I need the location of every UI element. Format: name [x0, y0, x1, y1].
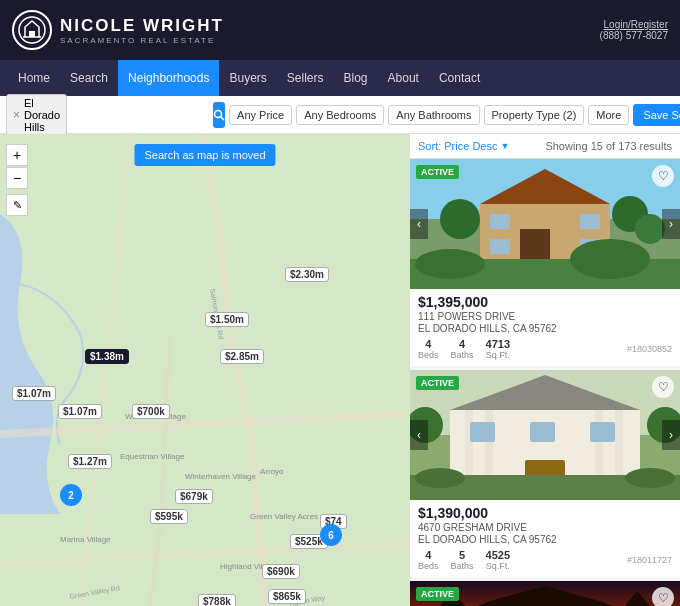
listing-2-sqft-val: 4525	[486, 549, 510, 561]
nav-item-contact[interactable]: Contact	[429, 60, 490, 96]
search-button[interactable]	[213, 102, 225, 128]
listing-1-sqft: 4713 Sq.Ft.	[486, 338, 510, 360]
listing-3-image: ACTIVE ♡ ‹ ›	[410, 581, 680, 606]
listing-3-heart-button[interactable]: ♡	[652, 587, 674, 606]
tag-x[interactable]: ×	[13, 108, 20, 122]
svg-line-3	[221, 116, 225, 120]
price-marker-1_07m-b[interactable]: $1.07m	[58, 404, 102, 419]
results-header: Sort: Price Desc ▼ Showing 15 of 173 res…	[410, 134, 680, 159]
svg-point-28	[415, 249, 485, 279]
logo-name: NICOLE WRIGHT	[60, 16, 224, 36]
listing-2-address: 4670 GRESHAM DRIVE	[418, 522, 672, 533]
phone-number: (888) 577-8027	[600, 30, 668, 41]
sqft-label-2: Sq.Ft.	[486, 561, 510, 571]
listing-card-2: ACTIVE ♡ ‹ › $1,390,000 4670 GRESHAM DRI…	[410, 370, 680, 577]
price-marker-1_38m-selected[interactable]: $1.38m	[85, 349, 129, 364]
main-content: Waterford Village Equestrian Village Mar…	[0, 134, 680, 606]
svg-rect-1	[29, 31, 35, 37]
price-marker-679k[interactable]: $679k	[175, 489, 213, 504]
search-bar: × El Dorado Hills Any Price Any Bedrooms…	[0, 96, 680, 134]
baths-label-2: Baths	[451, 561, 474, 571]
listing-1-next-button[interactable]: ›	[662, 209, 680, 239]
map-area: Waterford Village Equestrian Village Mar…	[0, 134, 410, 606]
map-background: Waterford Village Equestrian Village Mar…	[0, 134, 410, 606]
cluster-6[interactable]: 6	[320, 524, 342, 546]
sort-button[interactable]: Sort: Price Desc ▼	[418, 140, 509, 152]
header: NICOLE WRIGHT SACRAMENTO REAL ESTATE Log…	[0, 0, 680, 60]
svg-text:Equestrian Village: Equestrian Village	[120, 452, 185, 461]
nav-item-about[interactable]: About	[378, 60, 429, 96]
beds-label-2: Beds	[418, 561, 439, 571]
cluster-2-a[interactable]: 2	[60, 484, 82, 506]
svg-point-26	[635, 214, 665, 244]
zoom-in-button[interactable]: +	[6, 144, 28, 166]
save-search-button[interactable]: Save Search	[633, 104, 680, 126]
nav-item-sellers[interactable]: Sellers	[277, 60, 334, 96]
nav-item-buyers[interactable]: Buyers	[219, 60, 276, 96]
svg-point-24	[440, 199, 480, 239]
price-marker-700k[interactable]: $700k	[132, 404, 170, 419]
price-filter[interactable]: Any Price	[229, 105, 292, 125]
listing-1-info: $1,395,000 111 POWERS DRIVE EL DORADO HI…	[410, 289, 680, 366]
listing-1-image: ACTIVE ♡ ‹ ›	[410, 159, 680, 289]
listing-1-details: 4 Beds 4 Baths 4713 Sq.Ft. #18030852	[418, 338, 672, 360]
results-count: Showing 15 of 173 results	[545, 140, 672, 152]
price-marker-2_85m[interactable]: $2.85m	[220, 349, 264, 364]
top-right: Login/Register (888) 577-8027	[600, 19, 668, 41]
listing-1-baths-val: 4	[459, 338, 465, 350]
edit-map-button[interactable]: ✎	[6, 194, 28, 216]
nav-item-blog[interactable]: Blog	[334, 60, 378, 96]
price-marker-865k[interactable]: $865k	[268, 589, 306, 604]
login-link[interactable]: Login/Register	[604, 19, 668, 30]
listing-1-city: EL DORADO HILLS, CA 95762	[418, 323, 672, 334]
svg-text:Winterhaven Village: Winterhaven Village	[185, 472, 257, 481]
svg-rect-39	[530, 422, 555, 442]
listing-2-mls: #18011727	[627, 555, 672, 565]
bedrooms-filter[interactable]: Any Bedrooms	[296, 105, 384, 125]
listing-2-sqft: 4525 Sq.Ft.	[486, 549, 510, 571]
listing-2-next-button[interactable]: ›	[662, 420, 680, 450]
price-marker-1_07m-a[interactable]: $1.07m	[12, 386, 56, 401]
map-controls: + − ✎	[6, 144, 28, 216]
more-filter[interactable]: More	[588, 105, 629, 125]
search-input[interactable]	[71, 109, 209, 121]
price-marker-1_27m[interactable]: $1.27m	[68, 454, 112, 469]
property-type-filter[interactable]: Property Type (2)	[484, 105, 585, 125]
svg-text:Green Valley Acres: Green Valley Acres	[250, 512, 318, 521]
logo-area: NICOLE WRIGHT SACRAMENTO REAL ESTATE	[12, 10, 224, 50]
svg-rect-20	[490, 214, 510, 229]
price-marker-690k[interactable]: $690k	[262, 564, 300, 579]
price-marker-595k[interactable]: $595k	[150, 509, 188, 524]
listing-2-city: EL DORADO HILLS, CA 95762	[418, 534, 672, 545]
price-marker-788k[interactable]: $788k	[198, 594, 236, 606]
listing-card-1: ACTIVE ♡ ‹ › $1,395,000 111 POWERS DRIVE…	[410, 159, 680, 366]
listing-1-active-badge: ACTIVE	[416, 165, 459, 179]
listing-1-prev-button[interactable]: ‹	[410, 209, 428, 239]
listing-1-heart-button[interactable]: ♡	[652, 165, 674, 187]
listing-1-beds: 4 Beds	[418, 338, 439, 360]
svg-point-45	[415, 468, 465, 488]
listing-1-price: $1,395,000	[418, 294, 672, 310]
logo-icon	[12, 10, 52, 50]
svg-point-29	[570, 239, 650, 279]
svg-rect-21	[580, 214, 600, 229]
nav-item-home[interactable]: Home	[8, 60, 60, 96]
svg-text:Arroyo: Arroyo	[260, 467, 284, 476]
price-marker-2_30m[interactable]: $2.30m	[285, 267, 329, 282]
sort-label: Sort: Price Desc	[418, 140, 497, 152]
listings-scroll[interactable]: ACTIVE ♡ ‹ › $1,395,000 111 POWERS DRIVE…	[410, 159, 680, 606]
listing-1-beds-val: 4	[425, 338, 431, 350]
listing-2-prev-button[interactable]: ‹	[410, 420, 428, 450]
listing-2-heart-button[interactable]: ♡	[652, 376, 674, 398]
nav-item-neighborhoods[interactable]: Neighborhoods	[118, 60, 219, 96]
sqft-label: Sq.Ft.	[486, 350, 510, 360]
listing-1-address: 111 POWERS DRIVE	[418, 311, 672, 322]
bathrooms-filter[interactable]: Any Bathrooms	[388, 105, 479, 125]
nav-item-search[interactable]: Search	[60, 60, 118, 96]
listing-2-active-badge: ACTIVE	[416, 376, 459, 390]
price-marker-1_50m[interactable]: $1.50m	[205, 312, 249, 327]
search-as-moved-button[interactable]: Search as map is moved	[134, 144, 275, 166]
results-panel: Sort: Price Desc ▼ Showing 15 of 173 res…	[410, 134, 680, 606]
listing-2-image: ACTIVE ♡ ‹ ›	[410, 370, 680, 500]
zoom-out-button[interactable]: −	[6, 167, 28, 189]
